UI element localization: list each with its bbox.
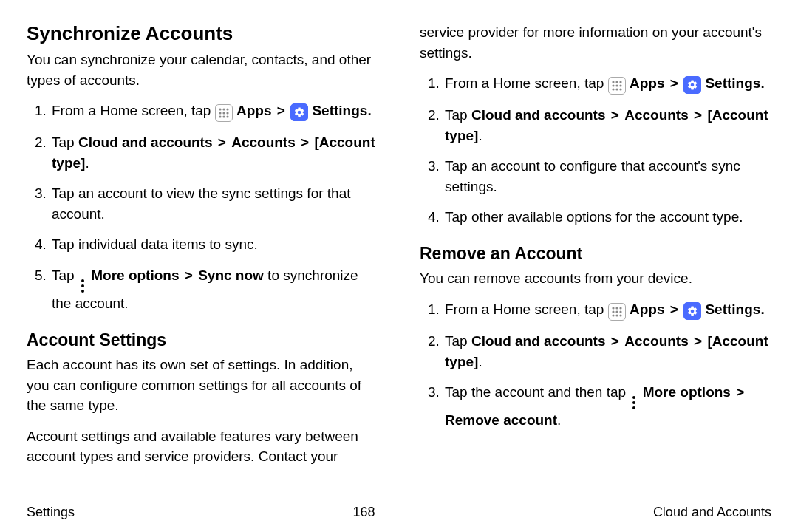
text: From a Home screen, tap [52,103,215,118]
chevron-icon: > [670,75,678,91]
remove-step-3: Tap the account and then tap More option… [443,382,771,431]
svg-point-9 [612,81,614,83]
chevron-icon: > [301,134,309,150]
as-step-2: Tap Cloud and accounts > Accounts > [Acc… [443,105,771,146]
chevron-icon: > [611,333,619,349]
sync-step-5: Tap More options > Sync now to synchroni… [50,265,378,314]
sync-step-1: From a Home screen, tap Apps > Settings. [50,100,378,122]
apps-label: Apps [630,75,665,91]
apps-label: Apps [630,301,665,317]
svg-point-5 [226,112,228,115]
period: . [478,354,482,369]
svg-point-26 [619,314,621,316]
chevron-icon: > [185,267,193,283]
svg-point-16 [615,88,618,90]
svg-point-18 [612,307,614,309]
svg-point-7 [222,116,225,118]
text: Tap [52,134,78,150]
content-columns: Synchronize Accounts You can synchronize… [27,22,771,488]
sync-steps: From a Home screen, tap Apps > Settings.… [27,100,378,313]
period: . [85,155,89,171]
bold-text: Accounts [624,107,689,123]
text: Tap [445,107,471,123]
as-step-1: From a Home screen, tap Apps > Settings. [443,73,771,95]
bold-text: Cloud and accounts [78,134,213,150]
svg-point-20 [619,307,621,309]
svg-point-24 [612,314,614,316]
chevron-icon: > [277,103,285,118]
heading-account-settings: Account Settings [27,330,378,351]
svg-point-22 [615,310,618,313]
svg-point-4 [222,112,225,115]
chevron-icon: > [670,301,678,317]
as-step-3: Tap an account to configure that account… [443,156,771,197]
svg-point-0 [219,109,221,111]
footer-right: Cloud and Accounts [653,505,771,520]
bold-text: Cloud and accounts [471,333,606,349]
bold-text: Cloud and accounts [471,107,606,123]
apps-icon [608,77,626,95]
page-footer: Settings 168 Cloud and Accounts [27,505,771,520]
apps-icon [608,303,626,321]
period: . [557,412,561,428]
svg-point-2 [226,109,228,111]
bold-text: More options [643,384,731,400]
remove-step-2: Tap Cloud and accounts > Accounts > [Acc… [443,331,771,372]
svg-point-11 [619,81,621,83]
svg-point-25 [615,314,618,316]
svg-point-1 [222,109,225,111]
svg-point-13 [615,84,618,86]
chevron-icon: > [694,107,702,123]
svg-point-10 [615,81,618,83]
bold-text: Sync now [198,267,264,283]
sync-step-4: Tap individual data items to sync. [50,234,378,255]
chevron-icon: > [736,384,744,400]
bold-text: Remove account [445,412,557,428]
footer-left: Settings [27,505,75,520]
sync-intro: You can synchronize your calendar, conta… [27,50,378,90]
svg-point-21 [612,310,614,313]
period: . [478,128,482,143]
apps-icon [215,104,233,122]
settings-icon [683,302,701,320]
settings-label: Settings. [705,75,764,91]
svg-point-3 [219,112,221,115]
text: From a Home screen, tap [445,75,608,91]
chevron-icon: > [694,333,702,349]
svg-point-19 [615,307,618,309]
svg-point-17 [619,88,621,90]
svg-point-6 [219,116,221,118]
text: From a Home screen, tap [445,301,608,317]
sync-step-2: Tap Cloud and accounts > Accounts > [Acc… [50,132,378,173]
acct-settings-intro: Each account has its own set of settings… [27,355,378,416]
settings-label: Settings. [312,103,371,118]
footer-page-number: 168 [352,505,375,520]
svg-point-23 [619,310,621,313]
chevron-icon: > [611,107,619,123]
svg-point-15 [612,88,614,90]
as-step-4: Tap other available options for the acco… [443,207,771,228]
text: Tap the account and then tap [445,384,630,400]
heading-remove-account: Remove an Account [420,244,771,265]
bold-text: More options [91,267,179,283]
manual-page: Synchronize Accounts You can synchronize… [0,0,798,532]
more-options-icon [630,395,638,410]
apps-label: Apps [236,103,272,118]
svg-point-14 [619,84,621,86]
more-options-icon [79,279,86,293]
text: Tap [445,333,471,349]
sync-step-3: Tap an account to view the sync settings… [50,183,378,224]
bold-text: Accounts [231,134,296,150]
remove-step-1: From a Home screen, tap Apps > Settings. [443,299,771,321]
acct-settings-steps: From a Home screen, tap Apps > Settings.… [420,73,771,228]
svg-point-12 [612,84,614,86]
chevron-icon: > [218,134,226,150]
settings-icon [290,103,308,121]
heading-sync-accounts: Synchronize Accounts [27,22,378,45]
settings-label: Settings. [705,301,764,317]
svg-point-8 [226,116,228,118]
text: Tap [52,267,78,283]
remove-steps: From a Home screen, tap Apps > Settings.… [420,299,771,431]
settings-icon [683,76,701,94]
remove-intro: You can remove accounts from your device… [420,268,771,289]
